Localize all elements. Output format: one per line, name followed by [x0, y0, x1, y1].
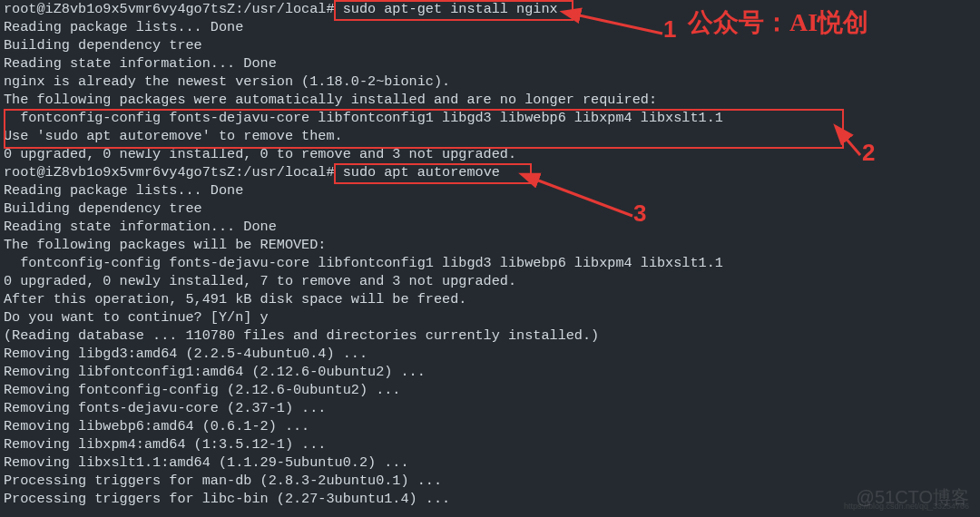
- terminal-line: After this operation, 5,491 kB disk spac…: [4, 290, 980, 308]
- terminal-line: Removing fonts-dejavu-core (2.37-1) ...: [4, 399, 980, 417]
- terminal-line: Processing triggers for libc-bin (2.27-3…: [4, 490, 980, 508]
- terminal-line: Removing libwebp6:amd64 (0.6.1-2) ...: [4, 417, 980, 435]
- terminal-line: The following packages will be REMOVED:: [4, 236, 980, 254]
- terminal-line: Use 'sudo apt autoremove' to remove them…: [4, 127, 980, 145]
- terminal-line: Removing libxpm4:amd64 (1:3.5.12-1) ...: [4, 435, 980, 454]
- terminal-line: Processing triggers for man-db (2.8.3-2u…: [4, 472, 980, 490]
- annotation-label-top: 公众号：AI悦创: [688, 14, 868, 32]
- terminal-line: 0 upgraded, 0 newly installed, 0 to remo…: [4, 145, 980, 163]
- terminal-line: Removing libxslt1.1:amd64 (1.1.29-5ubunt…: [4, 454, 980, 472]
- terminal-line: (Reading database ... 110780 files and d…: [4, 327, 980, 345]
- annotation-number-2: 2: [862, 143, 875, 161]
- annotation-number-1: 1: [663, 20, 676, 38]
- shell-command: sudo apt-get install nginx: [343, 1, 558, 17]
- terminal-output[interactable]: root@iZ8vb1o9x5vmr6vy4go7tsZ:/usr/local#…: [0, 0, 980, 508]
- shell-prompt: root@iZ8vb1o9x5vmr6vy4go7tsZ:/usr/local#: [4, 164, 343, 180]
- terminal-line: nginx is already the newest version (1.1…: [4, 73, 980, 91]
- terminal-line: fontconfig-config fonts-dejavu-core libf…: [4, 109, 980, 127]
- terminal-line: Removing fontconfig-config (2.12.6-0ubun…: [4, 381, 980, 399]
- terminal-line: Reading state information... Done: [4, 218, 980, 236]
- terminal-line: root@iZ8vb1o9x5vmr6vy4go7tsZ:/usr/local#…: [4, 163, 980, 181]
- terminal-line: fontconfig-config fonts-dejavu-core libf…: [4, 254, 980, 272]
- terminal-line: Removing libgd3:amd64 (2.2.5-4ubuntu0.4)…: [4, 345, 980, 363]
- shell-prompt: root@iZ8vb1o9x5vmr6vy4go7tsZ:/usr/local#: [4, 1, 343, 17]
- terminal-line: The following packages were automaticall…: [4, 91, 980, 109]
- terminal-line: Do you want to continue? [Y/n] y: [4, 308, 980, 327]
- terminal-line: Removing libfontconfig1:amd64 (2.12.6-0u…: [4, 363, 980, 381]
- terminal-line: Building dependency tree: [4, 36, 980, 54]
- terminal-line: Reading package lists... Done: [4, 181, 980, 200]
- terminal-line: 0 upgraded, 0 newly installed, 7 to remo…: [4, 272, 980, 290]
- terminal-line: Building dependency tree: [4, 200, 980, 218]
- annotation-number-3: 3: [633, 204, 646, 222]
- shell-command: sudo apt autoremove: [343, 164, 500, 180]
- terminal-line: Reading state information... Done: [4, 54, 980, 73]
